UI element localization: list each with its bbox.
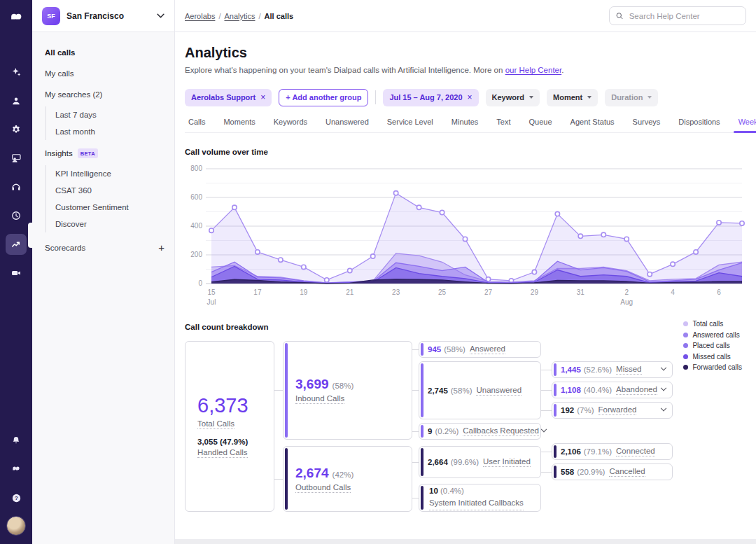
topbar: SF San Francisco Aerolabs / Analytics / … — [32, 0, 756, 32]
breakdown-node-unanswered[interactable]: 2,745 (58%) Unanswered — [419, 361, 541, 419]
tab-calls[interactable]: Calls — [185, 118, 214, 132]
sidebar-item-all-calls[interactable]: All calls — [45, 42, 174, 63]
beta-badge: BETA — [78, 148, 98, 158]
sidebar-item-insights[interactable]: Insights BETA — [45, 141, 174, 164]
svg-text:6: 6 — [717, 288, 721, 296]
tab-unanswered[interactable]: Unanswered — [316, 118, 378, 132]
legend-dot — [683, 333, 688, 337]
svg-text:23: 23 — [392, 288, 400, 296]
caret-down-icon — [587, 96, 592, 99]
svg-text:Jul: Jul — [207, 298, 216, 306]
chevron-down-icon[interactable] — [661, 405, 666, 411]
group-filter-chip[interactable]: Aerolabs Support × — [185, 89, 272, 106]
date-range-chip[interactable]: Jul 15 – Aug 7, 2020 × — [383, 89, 478, 106]
sidebar-item-discover[interactable]: Discover — [55, 216, 174, 232]
help-icon[interactable]: ? — [6, 487, 27, 508]
team-name: San Francisco — [66, 11, 124, 21]
team-selector[interactable]: SF San Francisco — [32, 0, 175, 32]
search-icon — [615, 11, 624, 20]
sidebar-item-last-month[interactable]: Last month — [55, 123, 174, 140]
sidebar-item-customer-sentiment[interactable]: Customer Sentiment — [55, 199, 174, 216]
call-volume-chart: 0200400600800151719212325272931246JulAug — [185, 159, 746, 307]
caret-down-icon — [648, 96, 652, 99]
call-count-diagram: 6,373 Total Calls 3,055 (47.9%) Handled … — [185, 341, 746, 515]
chevron-down-icon[interactable] — [661, 365, 666, 370]
sidebar-item-my-searches[interactable]: My searches (2) — [45, 84, 174, 105]
sidebar-item-csat-360[interactable]: CSAT 360 — [55, 182, 174, 199]
tab-keywords[interactable]: Keywords — [265, 118, 316, 132]
breakdown-node-missed[interactable]: 1,445 (52.6%) Missed — [552, 361, 673, 378]
tab-weekly-averages[interactable]: Weekly Averages — [729, 118, 756, 132]
svg-text:400: 400 — [190, 222, 202, 230]
breakdown-title: Call count breakdown — [185, 323, 746, 331]
close-icon[interactable]: × — [260, 92, 265, 102]
legend-dot — [683, 321, 688, 326]
breakdown-node-total-calls[interactable]: 6,373 Total Calls 3,055 (47.9%) Handled … — [185, 341, 274, 512]
sidebar-item-scorecards[interactable]: Scorecards — [45, 244, 85, 252]
svg-text:800: 800 — [190, 165, 202, 172]
tab-dispositions[interactable]: Dispositions — [669, 118, 729, 132]
notifications-bell-icon[interactable] — [6, 430, 27, 451]
breadcrumb-current: All calls — [265, 12, 294, 20]
sidebar-item-my-calls[interactable]: My calls — [45, 63, 174, 84]
breakdown-node-abandoned[interactable]: 1,108 (40.4%) Abandoned — [552, 382, 673, 398]
chevron-down-icon[interactable] — [661, 385, 666, 391]
svg-text:19: 19 — [300, 288, 308, 296]
breakdown-node-connected[interactable]: 2,106 (79.1%) Connected — [552, 443, 673, 460]
breadcrumb: Aerolabs / Analytics / All calls — [175, 0, 609, 32]
svg-text:4: 4 — [671, 288, 675, 296]
breadcrumb-link[interactable]: Analytics — [224, 12, 255, 20]
analytics-icon[interactable] — [6, 234, 27, 255]
svg-text:29: 29 — [531, 288, 539, 296]
chevron-down-icon[interactable] — [541, 426, 547, 432]
svg-text:15: 15 — [207, 288, 216, 296]
breakdown-node-forwarded[interactable]: 192 (7%) Forwarded — [552, 402, 673, 419]
app-rail: ? — [0, 0, 32, 544]
tab-moments[interactable]: Moments — [214, 118, 264, 132]
team-avatar: SF — [42, 7, 60, 25]
breadcrumb-link[interactable]: Aerolabs — [185, 12, 215, 20]
close-icon[interactable]: × — [468, 92, 472, 102]
main-content: Analytics Explore what's happening on yo… — [175, 32, 756, 544]
page-description: Explore what's happening on your team's … — [185, 66, 746, 74]
duration-filter-dropdown[interactable]: Duration — [605, 89, 658, 106]
sidebar-item-last-7-days[interactable]: Last 7 days — [55, 106, 174, 123]
breakdown-node-system-initiated-callbacks[interactable]: 10 (0.4%) System Initiated Callbacks — [419, 484, 541, 512]
tab-queue[interactable]: Queue — [520, 118, 561, 132]
page-title: Analytics — [185, 45, 746, 61]
chart-title: Call volume over time — [185, 148, 746, 156]
help-search[interactable] — [609, 6, 746, 25]
search-input[interactable] — [628, 11, 740, 21]
add-group-button[interactable]: + Add another group — [279, 89, 368, 106]
contacts-icon[interactable] — [6, 90, 27, 111]
add-scorecard-button[interactable]: + — [158, 242, 164, 253]
breakdown-node-callbacks-requested[interactable]: 9 (0.2%) Callbacks Requested — [419, 423, 541, 440]
breakdown-node-inbound-calls[interactable]: 3,699(58%) Inbound Calls — [283, 341, 412, 440]
help-center-link[interactable]: our Help Center — [505, 66, 562, 74]
settings-gear-icon[interactable] — [6, 119, 27, 140]
breakdown-node-outbound-calls[interactable]: 2,674(42%) Outbound Calls — [283, 446, 412, 512]
svg-text:600: 600 — [190, 193, 202, 201]
tab-agent-status[interactable]: Agent Status — [561, 118, 624, 132]
legend-item: Total calls — [683, 320, 742, 328]
svg-text:31: 31 — [577, 288, 585, 296]
history-icon[interactable] — [6, 205, 27, 226]
meetings-video-icon[interactable] — [6, 263, 27, 284]
moment-filter-dropdown[interactable]: Moment — [547, 89, 598, 106]
tab-text[interactable]: Text — [487, 118, 519, 132]
sidebar-item-kpi-intelligence[interactable]: KPI Intelligence — [55, 165, 174, 182]
chat-icon[interactable] — [6, 459, 27, 480]
tab-minutes[interactable]: Minutes — [442, 118, 488, 132]
ai-sparkles-icon[interactable] — [6, 62, 27, 83]
coaching-icon[interactable] — [6, 148, 27, 169]
dialpad-logo-icon[interactable] — [6, 7, 27, 28]
breakdown-node-user-initiated[interactable]: 2,664 (99.6%) User Initiated — [419, 446, 541, 478]
user-avatar[interactable] — [6, 516, 26, 536]
tab-service-level[interactable]: Service Level — [378, 118, 442, 132]
rail-active-indicator — [28, 223, 32, 248]
support-headset-icon[interactable] — [6, 176, 27, 197]
breakdown-node-cancelled[interactable]: 558 (20.9%) Cancelled — [552, 463, 673, 480]
breakdown-node-answered[interactable]: 945 (58%) Answered — [419, 341, 541, 358]
keyword-filter-dropdown[interactable]: Keyword — [486, 89, 540, 106]
tab-surveys[interactable]: Surveys — [624, 118, 670, 132]
